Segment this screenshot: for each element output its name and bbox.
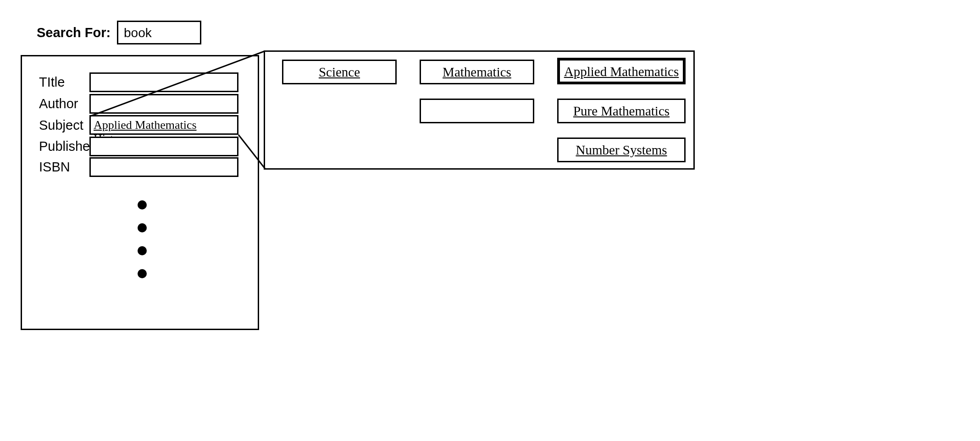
isbn-input[interactable] <box>89 157 238 177</box>
field-label-isbn: ISBN <box>39 160 70 175</box>
ellipsis-dot <box>138 246 147 255</box>
ellipsis-dot <box>138 200 147 209</box>
search-label: Search For: <box>37 25 111 40</box>
hierarchy-item-blank[interactable] <box>420 99 534 123</box>
hierarchy-item-applied-mathematics[interactable]: Applied Mathematics <box>557 58 686 84</box>
subject-input[interactable]: Applied Mathematics History <box>89 115 238 135</box>
hierarchy-item-mathematics[interactable]: Mathematics <box>420 60 534 84</box>
field-label-author: Author <box>39 96 78 111</box>
hierarchy-item-pure-mathematics[interactable]: Pure Mathematics <box>557 99 686 123</box>
field-label-publisher: Publisher <box>39 139 94 154</box>
title-input[interactable] <box>89 72 238 92</box>
search-input[interactable]: book <box>117 21 201 44</box>
author-input[interactable] <box>89 94 238 114</box>
ellipsis-dot <box>138 223 147 232</box>
ellipsis-dot <box>138 269 147 278</box>
field-label-title: TItle <box>39 75 65 90</box>
field-label-subject: Subject <box>39 118 83 133</box>
hierarchy-item-number-systems[interactable]: Number Systems <box>557 138 686 162</box>
hierarchy-item-science[interactable]: Science <box>282 60 397 84</box>
publisher-input[interactable] <box>89 137 238 156</box>
